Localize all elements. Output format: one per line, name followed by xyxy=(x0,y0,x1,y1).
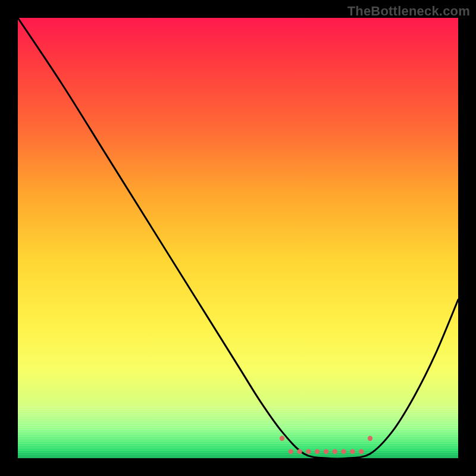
flat-dot xyxy=(333,449,337,454)
chart-frame xyxy=(18,18,458,458)
flat-dot xyxy=(289,449,293,454)
bottleneck-curve-line xyxy=(18,18,458,458)
flat-dot-start xyxy=(280,436,284,441)
flat-dot xyxy=(306,449,311,454)
flat-dot xyxy=(315,449,320,454)
flat-dot xyxy=(297,449,302,454)
flat-dot-end xyxy=(368,436,372,441)
chart-svg xyxy=(18,18,458,458)
watermark-text: TheBottleneck.com xyxy=(347,4,470,19)
flat-dot xyxy=(341,449,346,454)
flat-dot xyxy=(359,449,364,454)
flat-dot xyxy=(324,449,328,454)
flat-dot xyxy=(350,449,355,454)
